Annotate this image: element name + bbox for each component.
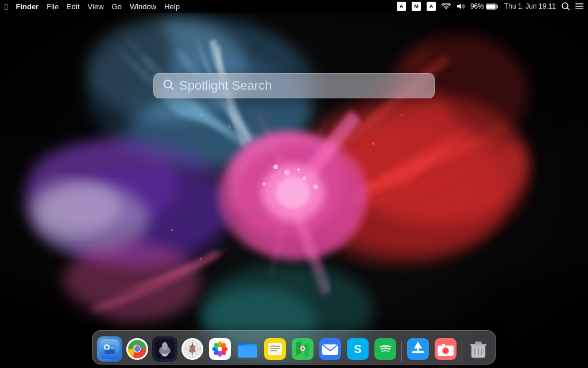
menubar:  Finder File Edit View Go Window Help A… bbox=[0, 0, 588, 13]
svg-point-25 bbox=[314, 185, 318, 189]
dock-launchpad[interactable] bbox=[152, 336, 177, 362]
menu-window[interactable]: Window bbox=[130, 2, 156, 11]
spotlight-bar bbox=[153, 73, 435, 98]
svg-marker-87 bbox=[296, 341, 301, 355]
dock-notes[interactable] bbox=[262, 336, 288, 362]
svg-point-21 bbox=[273, 164, 278, 169]
svg-point-57 bbox=[134, 346, 140, 352]
svg-rect-43 bbox=[575, 3, 583, 5]
svg-point-97 bbox=[378, 342, 393, 356]
dock-camera[interactable] bbox=[433, 336, 458, 362]
svg-rect-40 bbox=[486, 5, 496, 9]
app-name[interactable]: Finder bbox=[16, 2, 38, 11]
svg-rect-45 bbox=[575, 9, 583, 10]
svg-point-27 bbox=[229, 125, 231, 128]
svg-point-103 bbox=[443, 348, 448, 353]
spotlight-container bbox=[153, 73, 435, 98]
svg-rect-107 bbox=[475, 342, 482, 344]
svg-rect-39 bbox=[497, 5, 498, 7]
menu-go[interactable]: Go bbox=[112, 2, 122, 11]
dock-separator bbox=[401, 341, 402, 362]
svg-rect-79 bbox=[238, 346, 257, 358]
wifi-icon[interactable] bbox=[442, 3, 451, 10]
dock-appstore[interactable] bbox=[405, 336, 431, 362]
menubar-right: A M A 96% bbox=[397, 2, 583, 11]
menu-view[interactable]: View bbox=[88, 2, 104, 11]
arcade-icon: A bbox=[397, 2, 406, 11]
svg-point-24 bbox=[262, 182, 266, 186]
desktop:  Finder File Edit View Go Window Help A… bbox=[0, 0, 588, 368]
svg-point-32 bbox=[200, 258, 202, 260]
dock-spotify[interactable] bbox=[373, 336, 398, 362]
svg-rect-44 bbox=[575, 6, 583, 7]
dock-trash[interactable] bbox=[466, 336, 491, 362]
search-icon[interactable] bbox=[562, 2, 570, 10]
menubar-left:  Finder File Edit View Go Window Help bbox=[5, 2, 180, 12]
svg-rect-81 bbox=[268, 343, 282, 355]
datetime[interactable]: Thu 1. Jun 19:11 bbox=[504, 2, 556, 10]
dock-maps[interactable] bbox=[290, 336, 315, 362]
dock-container: S bbox=[92, 330, 496, 365]
svg-rect-104 bbox=[442, 344, 445, 347]
menu-edit[interactable]: Edit bbox=[67, 2, 79, 11]
mail-icon: M bbox=[412, 2, 421, 11]
dock-photos[interactable] bbox=[207, 336, 233, 362]
menu-file[interactable]: File bbox=[47, 2, 59, 11]
dock-finder[interactable] bbox=[97, 336, 122, 362]
svg-text:S: S bbox=[354, 343, 361, 355]
battery-percent: 96% bbox=[470, 2, 484, 10]
svg-point-23 bbox=[284, 170, 290, 175]
svg-point-91 bbox=[301, 347, 304, 350]
dock-chrome[interactable] bbox=[125, 336, 150, 362]
spotlight-search-icon bbox=[163, 79, 173, 93]
svg-point-28 bbox=[200, 114, 202, 116]
svg-point-8 bbox=[29, 178, 121, 236]
svg-point-52 bbox=[111, 346, 114, 349]
svg-point-51 bbox=[105, 346, 109, 349]
vpn-icon: A bbox=[427, 2, 436, 11]
wallpaper bbox=[0, 0, 588, 368]
svg-point-77 bbox=[218, 347, 222, 351]
svg-point-29 bbox=[372, 143, 374, 145]
svg-rect-48 bbox=[100, 339, 119, 359]
dock-mail[interactable] bbox=[318, 336, 343, 362]
svg-point-60 bbox=[162, 342, 168, 350]
control-center-icon[interactable] bbox=[575, 3, 583, 10]
svg-rect-53 bbox=[105, 350, 115, 354]
dock-skype[interactable]: S bbox=[345, 336, 370, 362]
spotlight-input[interactable] bbox=[179, 78, 425, 93]
apple-menu[interactable]:  bbox=[5, 2, 7, 12]
svg-line-42 bbox=[567, 8, 569, 10]
svg-point-22 bbox=[303, 177, 306, 180]
svg-marker-37 bbox=[457, 3, 461, 9]
svg-point-26 bbox=[297, 168, 300, 171]
svg-marker-89 bbox=[304, 343, 309, 357]
dock-files[interactable] bbox=[235, 336, 260, 362]
svg-point-30 bbox=[401, 114, 403, 116]
svg-line-47 bbox=[171, 87, 173, 89]
svg-point-31 bbox=[171, 229, 173, 231]
battery-status: 96% bbox=[470, 2, 498, 10]
volume-icon[interactable] bbox=[457, 3, 465, 10]
dock-safari[interactable] bbox=[180, 336, 205, 362]
menu-help[interactable]: Help bbox=[164, 2, 180, 11]
dock: S bbox=[92, 330, 496, 365]
dock-separator-2 bbox=[462, 341, 462, 362]
